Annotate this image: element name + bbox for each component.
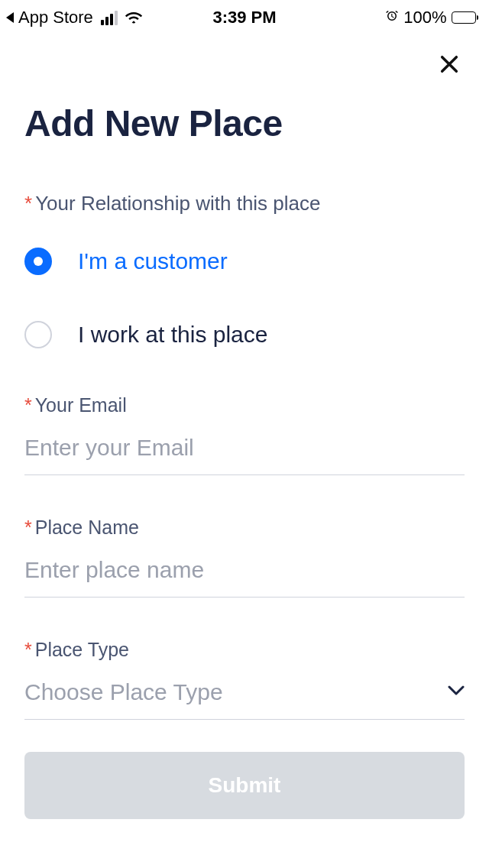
page-title: Add New Place [24, 102, 465, 144]
place-name-label: *Place Name [24, 517, 465, 539]
cellular-signal-icon [101, 11, 118, 25]
place-type-field-group: *Place Type Choose Place Type [24, 639, 465, 720]
close-icon [437, 52, 461, 76]
radio-indicator [24, 248, 52, 275]
radio-option-work-here[interactable]: I work at this place [24, 321, 465, 348]
wifi-icon [125, 11, 142, 24]
place-type-label: *Place Type [24, 639, 465, 661]
clock: 3:39 PM [212, 8, 276, 28]
radio-indicator [24, 321, 52, 348]
relationship-label: *Your Relationship with this place [24, 192, 465, 215]
back-caret-icon [6, 12, 14, 23]
required-asterisk: * [24, 639, 32, 660]
status-bar-right: 100% [385, 8, 478, 28]
required-asterisk: * [24, 517, 32, 538]
email-label: *Your Email [24, 394, 465, 416]
radio-label: I work at this place [78, 322, 267, 348]
status-bar-left[interactable]: App Store [6, 8, 142, 28]
radio-label: I'm a customer [78, 248, 228, 274]
status-bar: App Store 3:39 PM 100% [0, 0, 489, 34]
place-name-input[interactable] [24, 551, 465, 598]
radio-option-customer[interactable]: I'm a customer [24, 248, 465, 275]
battery-percentage: 100% [403, 8, 446, 28]
place-type-select[interactable]: Choose Place Type [24, 673, 465, 720]
email-field-group: *Your Email [24, 394, 465, 475]
submit-button[interactable]: Submit [24, 752, 465, 819]
relationship-radio-group: I'm a customer I work at this place [24, 248, 465, 348]
close-button[interactable] [434, 49, 465, 79]
place-name-field-group: *Place Name [24, 517, 465, 598]
place-type-placeholder: Choose Place Type [24, 679, 223, 705]
required-asterisk: * [24, 394, 32, 416]
alarm-icon [385, 8, 399, 28]
required-asterisk: * [24, 192, 32, 215]
back-app-label: App Store [18, 8, 93, 28]
chevron-down-icon [448, 685, 465, 699]
battery-icon [452, 11, 479, 24]
email-input[interactable] [24, 429, 465, 475]
